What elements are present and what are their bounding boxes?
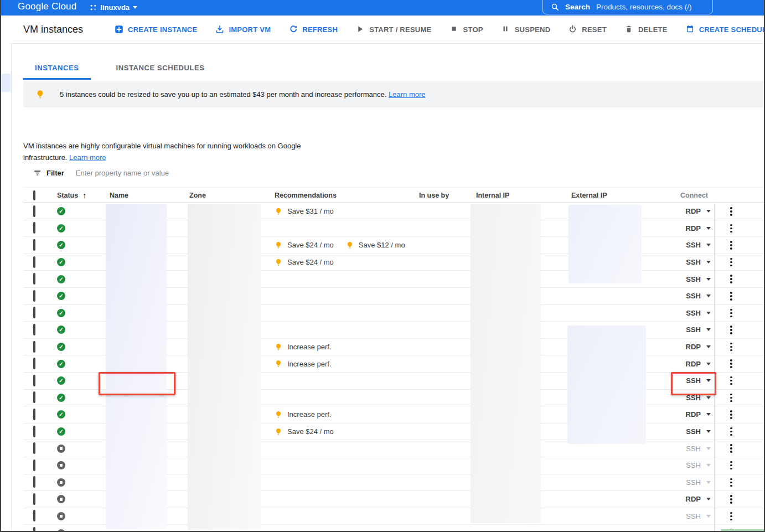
column-header-recommendations[interactable]: Recommendations [266,192,410,199]
banner-learn-more-link[interactable]: Learn more [389,90,425,99]
recommendation[interactable]: Save $31 / mo [275,207,334,215]
row-actions-menu[interactable] [715,410,764,419]
row-checkbox[interactable] [33,324,35,335]
connect-ssh-button[interactable]: SSH [671,292,714,300]
column-header-external-ip[interactable]: External IP [562,192,671,199]
connect-rdp-button[interactable]: RDP [671,495,714,503]
row-checkbox[interactable] [33,273,35,285]
connect-ssh-button[interactable]: SSH [671,394,714,402]
connect-ssh-button[interactable]: SSH [671,376,714,385]
connect-ssh-button[interactable]: SSH [671,241,714,249]
filter-input[interactable]: Enter property name or value [76,169,169,177]
row-actions-menu[interactable] [715,309,764,318]
project-selector[interactable]: linuxvda [90,3,137,12]
stop-button[interactable]: STOP [450,25,483,34]
recommendation[interactable]: Save $24 / mo [275,241,334,249]
row-checkbox[interactable] [33,256,35,268]
row-actions-menu[interactable] [715,376,764,385]
row-actions-menu[interactable] [715,359,764,368]
row-actions-menu[interactable] [715,275,764,283]
row-actions-menu[interactable] [715,394,764,402]
connect-rdp-button[interactable]: RDP [671,410,714,419]
connect-ssh-button[interactable]: SSH [671,275,714,283]
row-checkbox[interactable] [33,493,35,505]
connect-dropdown-icon [706,498,711,500]
row-actions-menu[interactable] [715,343,764,352]
start-resume-button[interactable]: START / RESUME [356,25,431,34]
vm-name-link[interactable]: rockry8-gpu [126,376,164,385]
recommendation[interactable]: Increase perf. [275,360,332,368]
row-actions-menu[interactable] [715,444,764,453]
row-actions-menu[interactable] [715,512,764,521]
kebab-menu-icon [730,207,732,216]
connect-ssh-button[interactable]: SSH [671,427,714,436]
recommendation[interactable]: Save $24 / mo [275,427,334,436]
row-actions-menu[interactable] [715,292,764,301]
connect-ssh-button[interactable]: SSH [671,258,714,266]
row-checkbox[interactable] [33,222,35,234]
suspend-button[interactable]: SUSPEND [502,25,551,34]
column-header-internal-ip[interactable]: Internal IP [467,192,562,199]
google-cloud-logo[interactable]: Google Cloud [18,1,76,12]
row-checkbox[interactable] [33,409,35,420]
row-checkbox[interactable] [33,307,35,318]
connect-rdp-button[interactable]: RDP [671,360,714,368]
row-actions-menu[interactable] [715,427,764,436]
row-connect-cell: RDP [671,203,764,220]
recommendation[interactable]: Save $12 / mo [346,241,405,249]
create-instance-button[interactable]: CREATE INSTANCE [115,25,197,34]
row-checkbox[interactable] [33,239,35,251]
row-checkbox[interactable] [33,358,35,369]
import-vm-button[interactable]: IMPORT VM [215,25,271,34]
delete-button[interactable]: DELETE [625,25,668,34]
row-checkbox-cell [23,240,48,250]
status-running-icon: ✓ [57,376,65,385]
row-actions-menu[interactable] [715,461,764,470]
row-checkbox-cell [23,477,48,487]
row-actions-menu[interactable] [715,207,764,216]
tab-instances[interactable]: INSTANCES [23,56,91,80]
column-header-status[interactable]: Status ↑ [48,191,101,200]
row-checkbox[interactable] [33,205,35,217]
row-actions-menu[interactable] [715,326,764,334]
row-actions-menu[interactable] [715,224,764,233]
select-all-checkbox[interactable] [33,190,35,200]
column-header-name[interactable]: Name [101,192,180,199]
recommendation[interactable]: Increase perf. [275,343,332,351]
search-icon [551,3,559,11]
connect-dropdown-icon [706,210,711,213]
status-stopped-icon [57,445,65,453]
row-checkbox[interactable] [33,391,35,403]
row-checkbox[interactable] [33,375,35,386]
reset-button[interactable]: RESET [568,25,607,34]
row-actions-menu[interactable] [715,241,764,250]
connect-rdp-button[interactable]: RDP [671,207,714,215]
column-header-zone[interactable]: Zone [180,192,266,199]
refresh-button[interactable]: REFRESH [289,25,338,34]
create-schedule-button[interactable]: CREATE SCHEDULE [686,25,765,34]
row-checkbox[interactable] [33,442,35,454]
row-checkbox[interactable] [33,459,35,471]
row-checkbox[interactable] [33,510,35,521]
recommendation[interactable]: Increase perf. [275,410,332,419]
row-checkbox[interactable] [33,476,35,488]
table-row: ✓SSH [23,390,764,407]
row-name-cell [101,390,180,406]
row-checkbox[interactable] [33,527,35,531]
row-actions-menu[interactable] [715,258,764,267]
row-actions-menu[interactable] [715,478,764,487]
recommendation[interactable]: Save $24 / mo [275,258,334,266]
connect-ssh-button[interactable]: SSH [671,326,714,334]
connect-rdp-button[interactable]: RDP [671,343,714,351]
intro-learn-more-link[interactable]: Learn more [69,153,106,162]
filter-bar[interactable]: Filter Enter property name or value [33,169,169,177]
row-checkbox[interactable] [33,426,35,437]
tab-instance-schedules[interactable]: INSTANCE SCHEDULES [105,56,216,80]
row-checkbox[interactable] [33,341,35,353]
row-actions-menu[interactable] [715,495,764,504]
connect-rdp-button[interactable]: RDP [671,224,714,233]
column-header-in-use-by[interactable]: In use by [410,192,467,199]
search-bar[interactable]: Search Products, resources, docs (/) [542,0,713,14]
connect-ssh-button[interactable]: SSH [671,309,714,317]
row-checkbox[interactable] [33,290,35,302]
